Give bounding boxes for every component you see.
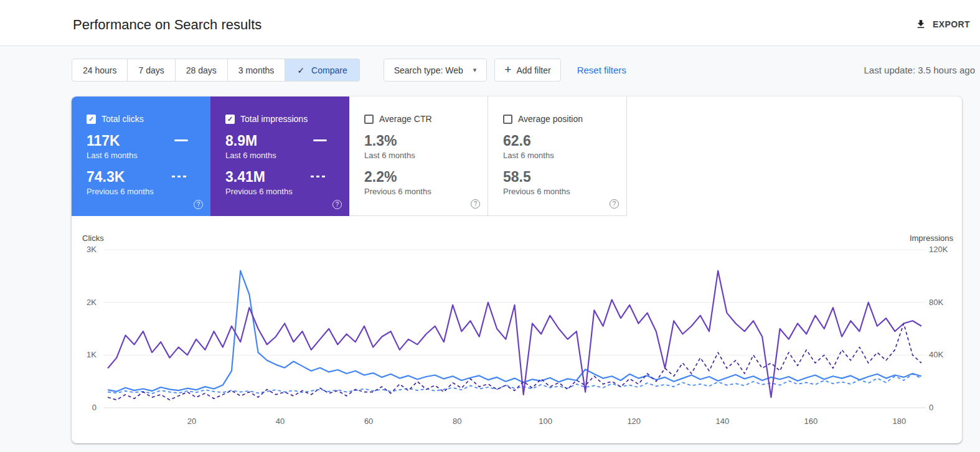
metric-current-label: Last 6 months — [87, 151, 138, 161]
dashed-line-legend-icon — [172, 176, 188, 177]
metric-previous-value: 58.5 — [503, 169, 570, 185]
card-label: Average position — [518, 114, 583, 124]
current-value-row: 1.3% Last 6 months — [364, 133, 488, 169]
axis-tick-label: 3K — [72, 245, 97, 255]
axis-tick-label: 80K — [929, 298, 943, 308]
metric-current-value: 117K — [87, 133, 138, 149]
export-button[interactable]: EXPORT — [909, 13, 976, 35]
date-range-7-days[interactable]: 7 days — [127, 59, 175, 82]
axis-tick-label: 120 — [621, 417, 646, 426]
performance-chart-plot[interactable] — [103, 250, 926, 408]
compare-label: Compare — [311, 65, 347, 75]
metric-current-value: 62.6 — [503, 133, 554, 149]
metric-previous-label: Previous 6 months — [225, 187, 293, 197]
card-label: Total impressions — [240, 114, 308, 124]
axis-tick-label: 160 — [798, 417, 823, 426]
gsc-performance-screen: Performance on Search results EXPORT 24 … — [0, 0, 980, 452]
card-label: Average CTR — [379, 114, 432, 124]
card-label: Total clicks — [101, 114, 144, 124]
axis-tick-label: 40K — [929, 350, 943, 360]
current-value-row: 62.6 Last 6 months — [503, 133, 626, 169]
metric-card-total-clicks[interactable]: ✓ Total clicks 117K Last 6 months 74.3K … — [72, 97, 210, 216]
metric-current-value: 8.9M — [225, 133, 276, 149]
axis-tick-label: 100 — [533, 417, 558, 426]
right-axis-title: Impressions — [910, 233, 953, 243]
page-title: Performance on Search results — [73, 17, 261, 33]
export-label: EXPORT — [933, 19, 970, 29]
metric-card-total-impressions[interactable]: ✓ Total impressions 8.9M Last 6 months 3… — [210, 97, 349, 216]
previous-value-row: 3.41M Previous 6 months — [225, 169, 349, 205]
axis-tick-label: 80 — [445, 417, 469, 426]
card-header: ✓ Total clicks — [87, 114, 210, 124]
date-range-28-days[interactable]: 28 days — [175, 59, 228, 82]
axis-tick-label: 0 — [72, 403, 97, 413]
axis-tick-label: 2K — [72, 298, 97, 308]
check-icon: ✓ — [227, 115, 233, 123]
axis-tick-label: 140 — [710, 417, 735, 426]
download-icon — [915, 19, 926, 30]
page-header: Performance on Search results EXPORT — [0, 0, 980, 46]
metric-previous-label: Previous 6 months — [87, 187, 154, 197]
reset-filters-link[interactable]: Reset filters — [577, 65, 626, 75]
help-icon[interactable]: ? — [332, 200, 342, 209]
previous-value-row: 74.3K Previous 6 months — [87, 169, 210, 205]
metric-card-average-ctr[interactable]: Average CTR 1.3% Last 6 months 2.2% Prev… — [349, 97, 488, 216]
axis-tick-label: 20 — [179, 417, 204, 426]
compare-toggle[interactable]: ✓ Compare — [285, 59, 359, 82]
check-icon: ✓ — [88, 115, 94, 123]
date-range-segmented-control: 24 hours 7 days 28 days 3 months ✓ Compa… — [72, 59, 360, 82]
total-clicks-checkbox[interactable]: ✓ — [87, 115, 96, 124]
current-value-row: 117K Last 6 months — [87, 133, 210, 169]
total-impressions-checkbox[interactable]: ✓ — [225, 115, 235, 124]
metric-previous-value: 2.2% — [364, 169, 431, 185]
current-value-row: 8.9M Last 6 months — [225, 133, 349, 169]
help-icon[interactable]: ? — [610, 199, 619, 209]
filter-bar: 24 hours 7 days 28 days 3 months ✓ Compa… — [72, 59, 975, 82]
axis-tick-label: 1K — [72, 350, 97, 360]
plus-icon: + — [504, 64, 511, 75]
chevron-down-icon: ▾ — [473, 66, 477, 74]
metric-card-average-position[interactable]: Average position 62.6 Last 6 months 58.5… — [488, 97, 627, 216]
previous-value-row: 2.2% Previous 6 months — [364, 169, 488, 205]
previous-value-row: 58.5 Previous 6 months — [503, 169, 626, 205]
metric-current-label: Last 6 months — [503, 151, 554, 161]
left-axis-title: Clicks — [82, 233, 104, 243]
date-range-3-months[interactable]: 3 months — [227, 59, 286, 82]
metric-current-label: Last 6 months — [364, 151, 415, 161]
help-icon[interactable]: ? — [471, 199, 480, 209]
add-filter-label: Add filter — [516, 65, 550, 75]
card-header: Average CTR — [364, 114, 488, 124]
search-type-label: Search type: Web — [394, 65, 463, 75]
axis-tick-label: 40 — [268, 417, 293, 426]
check-icon: ✓ — [297, 65, 304, 75]
dashed-line-legend-icon — [311, 176, 327, 177]
metric-previous-label: Previous 6 months — [503, 187, 570, 197]
metric-current-label: Last 6 months — [225, 151, 276, 161]
card-header: Average position — [503, 114, 626, 124]
solid-line-legend-icon — [313, 139, 327, 141]
date-range-24-hours[interactable]: 24 hours — [72, 59, 128, 82]
axis-tick-label: 180 — [887, 417, 912, 426]
axis-tick-label: 60 — [356, 417, 381, 426]
average-ctr-checkbox[interactable] — [364, 115, 374, 124]
last-update-text: Last update: 3.5 hours ago — [864, 65, 975, 75]
add-filter-button[interactable]: + Add filter — [494, 59, 560, 82]
metric-cards: ✓ Total clicks 117K Last 6 months 74.3K … — [72, 97, 627, 216]
performance-panel: ✓ Total clicks 117K Last 6 months 74.3K … — [72, 97, 962, 443]
metric-previous-label: Previous 6 months — [364, 187, 431, 197]
solid-line-legend-icon — [174, 139, 188, 141]
search-type-dropdown[interactable]: Search type: Web ▾ — [384, 59, 488, 82]
metric-current-value: 1.3% — [364, 133, 415, 149]
metric-previous-value: 74.3K — [87, 169, 154, 185]
average-position-checkbox[interactable] — [503, 115, 512, 124]
axis-tick-label: 0 — [929, 403, 933, 413]
axis-tick-label: 120K — [929, 245, 948, 255]
help-icon[interactable]: ? — [194, 200, 203, 209]
metric-previous-value: 3.41M — [225, 169, 293, 185]
card-header: ✓ Total impressions — [225, 114, 349, 124]
